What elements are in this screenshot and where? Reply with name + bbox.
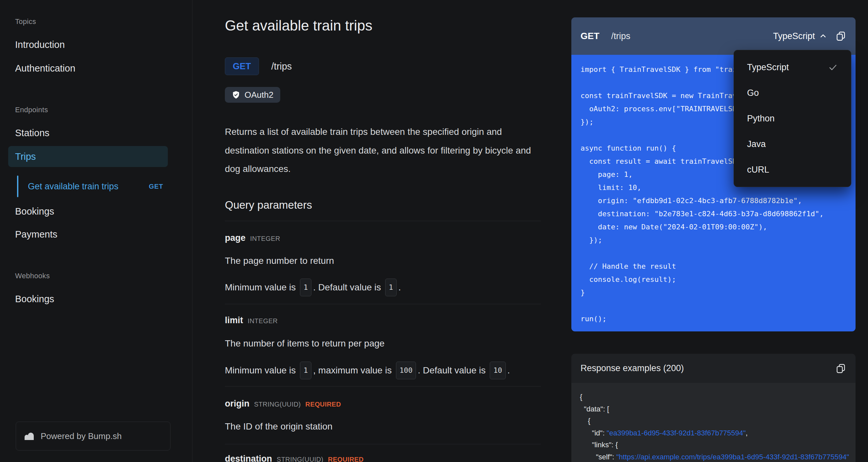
constraint-text: , maximum value is	[313, 365, 394, 375]
http-method-badge: GET	[225, 57, 259, 75]
code-line: // Handle the result	[581, 260, 846, 273]
menu-item-java[interactable]: Java	[734, 131, 851, 157]
param-description: The number of items to return per page	[225, 337, 384, 350]
response-json-block: { "data": [ { "id": "ea399ba1-6d95-433f-…	[571, 383, 856, 462]
constraint-value: 100	[396, 362, 416, 379]
sidebar-item-payments[interactable]: Payments	[15, 228, 57, 241]
sidebar-item-webhook-bookings[interactable]: Bookings	[15, 292, 54, 306]
sidebar-item-get-available-train-trips[interactable]: Get available train trips GET	[0, 175, 168, 198]
response-panel-header: Response examples (200)	[571, 354, 856, 383]
json-text: "links": {	[580, 441, 618, 449]
json-text: {	[580, 417, 590, 425]
code-line	[581, 247, 846, 260]
constraint-text: . Default value is	[313, 282, 383, 292]
json-line: "self": "https://api.example.com/trips/e…	[580, 451, 856, 462]
powered-by-label: Powered by Bump.sh	[41, 431, 122, 441]
oauth2-badge[interactable]: OAuth2	[225, 87, 280, 103]
divider	[225, 444, 541, 444]
json-text: ,	[746, 429, 748, 437]
sidebar-item-authentication[interactable]: Authentication	[15, 62, 75, 75]
code-line: }	[581, 286, 846, 299]
shield-check-icon	[232, 91, 240, 99]
param-description: The ID of the origin station	[225, 420, 332, 433]
param-constraints: Minimum value is 1, maximum value is 100…	[225, 362, 510, 380]
json-string-value: "ea399ba1-6d95-433f-92d1-83f67b775594"	[607, 429, 746, 437]
param-name: page	[225, 231, 246, 244]
menu-item-label: Go	[747, 88, 759, 98]
code-line: destination: "b2e783e1-c824-4d63-b37a-d8…	[581, 207, 846, 221]
json-key: "self":	[580, 453, 616, 461]
constraint-text: Minimum value is	[225, 282, 298, 292]
code-line: console.log(result);	[581, 273, 846, 286]
divider	[225, 386, 541, 386]
language-menu: TypeScript Go Python Java cURL	[734, 50, 851, 187]
json-text: "data": [	[580, 405, 609, 413]
code-path: /trips	[611, 31, 631, 41]
json-string-value: "https://api.example.com/trips/ea399ba1-…	[616, 453, 849, 461]
json-line: "id": "ea399ba1-6d95-433f-92d1-83f67b775…	[580, 427, 856, 439]
menu-item-go[interactable]: Go	[734, 80, 851, 106]
operation-label: Get available train trips	[28, 175, 118, 198]
check-icon	[828, 62, 838, 72]
endpoint-row: GET /trips	[225, 57, 292, 76]
param-name: destination	[225, 452, 272, 462]
menu-item-label: TypeScript	[747, 62, 789, 73]
code-line: date: new Date("2024-02-01T09:00:00Z"),	[581, 221, 846, 234]
sidebar-section-endpoints: Endpoints	[15, 103, 48, 116]
page-title: Get available train trips	[225, 18, 372, 34]
code-method: GET	[581, 31, 599, 41]
param-type: INTEGER	[248, 317, 278, 325]
json-line: "data": [	[580, 403, 856, 415]
param-name: limit	[225, 314, 243, 327]
code-panel-header: GET /trips TypeScript	[571, 18, 856, 55]
json-text: {	[580, 393, 582, 401]
operation-method-tag: GET	[149, 175, 163, 198]
sidebar: Topics Introduction Authentication Endpo…	[0, 0, 192, 462]
code-line: });	[581, 234, 846, 247]
api-docs-page: Topics Introduction Authentication Endpo…	[0, 0, 868, 462]
json-key: "id":	[580, 429, 607, 437]
copy-icon	[835, 363, 846, 374]
powered-by-bump-link[interactable]: Powered by Bump.sh	[16, 422, 170, 451]
divider	[225, 221, 541, 221]
required-badge: REQUIRED	[328, 456, 364, 462]
menu-item-python[interactable]: Python	[734, 106, 851, 131]
sidebar-item-bookings[interactable]: Bookings	[15, 205, 54, 218]
constraint-text: . Default value is	[417, 365, 488, 375]
query-parameters-heading: Query parameters	[225, 199, 312, 211]
menu-item-curl[interactable]: cURL	[734, 157, 851, 182]
required-badge: REQUIRED	[306, 401, 341, 408]
copy-icon	[835, 30, 846, 42]
sidebar-item-trips[interactable]: Trips	[8, 146, 168, 167]
menu-item-label: Python	[747, 114, 775, 124]
copy-code-button[interactable]	[835, 30, 846, 42]
param-type: INTEGER	[250, 235, 280, 242]
oauth2-label: OAuth2	[245, 90, 273, 100]
constraint-value: 10	[490, 362, 506, 379]
sidebar-item-trips-label: Trips	[15, 146, 36, 167]
operation-description: Returns a list of available train trips …	[225, 123, 541, 178]
sidebar-section-topics: Topics	[15, 15, 36, 28]
menu-item-typescript[interactable]: TypeScript	[734, 55, 851, 80]
param-constraints: Minimum value is 1. Default value is 1.	[225, 279, 401, 297]
language-selector[interactable]: TypeScript	[773, 31, 827, 41]
constraint-text: Minimum value is	[225, 365, 298, 375]
operation-doc: Get available train trips GET /trips OAu…	[225, 0, 541, 462]
constraint-text: .	[507, 365, 510, 375]
sidebar-item-stations[interactable]: Stations	[15, 126, 50, 140]
sidebar-item-introduction[interactable]: Introduction	[15, 38, 65, 51]
param-origin: origin STRING(UUID) REQUIRED	[225, 397, 341, 410]
copy-response-button[interactable]	[835, 363, 846, 374]
param-destination: destination STRING(UUID) REQUIRED	[225, 452, 364, 462]
param-page: page INTEGER	[225, 231, 280, 244]
constraint-value: 1	[300, 279, 311, 296]
response-examples-panel: Response examples (200) { "data": [ { "i…	[571, 354, 856, 462]
json-line: {	[580, 415, 856, 427]
param-name: origin	[225, 397, 249, 410]
language-selector-label: TypeScript	[773, 31, 815, 41]
menu-item-label: Java	[747, 139, 766, 149]
code-line	[581, 299, 846, 312]
param-type: STRING(UUID)	[254, 401, 301, 408]
json-line: "links": {	[580, 439, 856, 451]
json-line: {	[580, 391, 856, 403]
